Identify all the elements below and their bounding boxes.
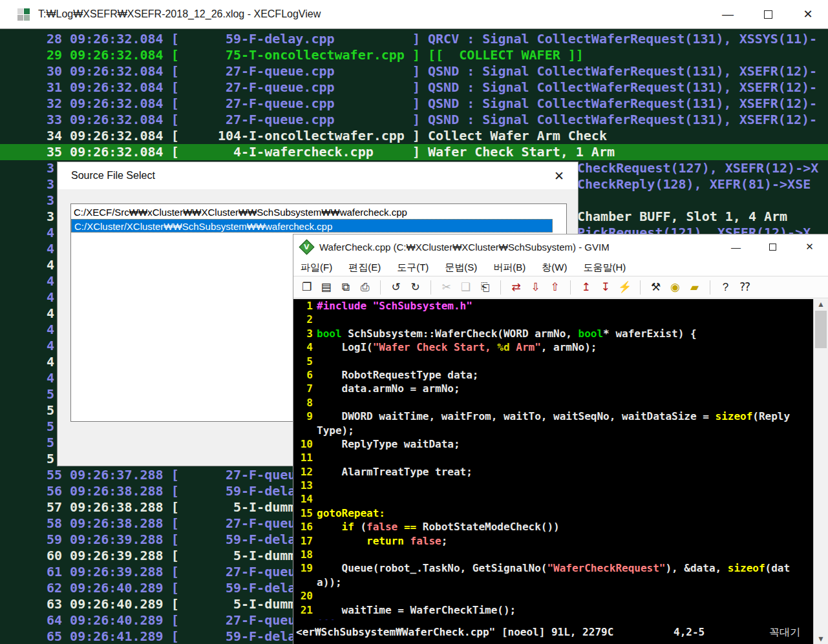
- source-file-item-selected[interactable]: C:/XCluster/XCluster₩₩SchSubsystem₩₩wafe…: [71, 219, 553, 233]
- scrollbar-thumb[interactable]: [815, 311, 827, 348]
- gvim-window-title: WaferCheck.cpp (C:₩XCluster₩XCluster₩Sch…: [319, 242, 610, 253]
- vim-icon: V: [299, 239, 314, 254]
- help-icon[interactable]: ?: [718, 281, 733, 294]
- code-segment: (dat: [765, 562, 791, 574]
- code-line: 14: [293, 492, 814, 506]
- menu-tools[interactable]: 도구(T): [397, 262, 429, 274]
- toolbar-separator: [380, 280, 381, 295]
- gvim-cursor-position: 4,2-5: [674, 620, 705, 644]
- code-segment: ==: [404, 521, 416, 533]
- print-icon[interactable]: ⎙: [357, 281, 372, 294]
- menu-help[interactable]: 도움말(H): [583, 262, 626, 274]
- undo-icon[interactable]: ↺: [388, 280, 403, 294]
- desktop: 28 09:26:32.084 [ 59-F-delay.cpp ] QRCV …: [0, 0, 828, 644]
- logview-app-icon: [17, 8, 30, 21]
- maximize-icon: [764, 10, 772, 19]
- log-row[interactable]: 32 09:26:32.084 [ 27-F-queue.cpp ] QSND …: [0, 96, 828, 112]
- code-line: 13: [293, 479, 814, 492]
- save-icon[interactable]: ▤: [319, 280, 334, 294]
- cut-icon[interactable]: ✂: [439, 280, 454, 294]
- code-segment: RobotStateModeCheck()): [416, 521, 560, 533]
- gvim-close-button[interactable]: ✕: [791, 234, 828, 259]
- log-row[interactable]: 34 09:26:32.084 [ 104-I-oncollectwafer.c…: [0, 128, 828, 144]
- gvim-toolbar: ❐▤⧉⎙↺↻✂❑⎗⇄⇩⇧↥↧⚡⚒◉▰?⁇: [293, 276, 828, 298]
- code-segment: (Reply: [752, 410, 790, 422]
- save-session-icon[interactable]: ↧: [598, 280, 613, 294]
- gvim-code-area[interactable]: 1#include "SchSubsystem.h"23bool SchSubs…: [293, 299, 814, 621]
- menu-edit[interactable]: 편집(E): [348, 262, 381, 274]
- source-file-item[interactable]: C:/XECF/Src₩₩xCluster₩₩XCluster₩₩SchSubs…: [71, 205, 566, 219]
- make-icon[interactable]: ⚒: [648, 280, 663, 294]
- menu-window[interactable]: 창(W): [542, 262, 567, 274]
- toolbar-separator: [640, 280, 641, 295]
- gvim-titlebar: V WaferCheck.cpp (C:₩XCluster₩XCluster₩S…: [293, 234, 828, 259]
- menu-buffers[interactable]: 버퍼(B): [493, 262, 525, 274]
- code-segment: waitTime = WaferCheckTime();: [317, 604, 516, 616]
- find-help-icon[interactable]: ⁇: [738, 280, 752, 294]
- dialog-close-button[interactable]: ✕: [549, 166, 569, 185]
- load-session-icon[interactable]: ↥: [579, 280, 593, 294]
- code-line: a));: [293, 576, 814, 589]
- menu-syntax[interactable]: 문법(S): [445, 262, 477, 274]
- code-segment: sizeof: [716, 410, 753, 422]
- toolbar-separator: [500, 280, 501, 295]
- paste-icon[interactable]: ⎗: [478, 281, 493, 294]
- gvim-minimize-button[interactable]: —: [717, 234, 754, 259]
- code-segment: Queue(robot_.TaskNo, GetSignalNo(: [317, 562, 547, 574]
- code-segment: [317, 535, 366, 547]
- menu-file[interactable]: 파일(F): [301, 262, 332, 274]
- code-segment: Type);: [317, 424, 354, 437]
- redo-icon[interactable]: ↻: [408, 280, 423, 294]
- gvim-maximize-button[interactable]: [754, 234, 791, 259]
- logview-maximize-button[interactable]: [748, 0, 788, 29]
- code-segment: gotoRepeat:: [317, 507, 385, 519]
- jump-to-tag-icon[interactable]: ▰: [687, 280, 702, 294]
- toolbar-separator: [430, 280, 431, 295]
- dialog-titlebar: Source File Select ✕: [58, 162, 578, 189]
- save-all-icon[interactable]: ⧉: [338, 281, 353, 294]
- gvim-scroll-indicator: 꼭대기: [769, 620, 800, 644]
- logview-minimize-button[interactable]: —: [708, 0, 748, 29]
- gvim-status-file: <er₩SchSubsystem₩WaferCheck.cpp" [noeol]…: [296, 620, 613, 644]
- find-next-icon[interactable]: ⇩: [528, 280, 543, 294]
- code-segment: bool: [317, 327, 342, 340]
- code-line: 21 waitTime = WaferCheckTime();: [293, 603, 814, 617]
- line-number: 12: [293, 465, 313, 479]
- code-segment: ;: [441, 535, 448, 547]
- code-segment: Arm": [510, 341, 541, 353]
- code-segment: return: [366, 535, 404, 547]
- log-row[interactable]: 28 09:26:32.084 [ 59-F-delay.cpp ] QRCV …: [0, 31, 828, 47]
- logview-close-button[interactable]: ✕: [788, 0, 828, 29]
- line-number: 8: [293, 396, 313, 410]
- code-segment: [317, 521, 342, 533]
- scroll-down-icon[interactable]: ▼: [814, 634, 828, 644]
- scroll-up-icon[interactable]: ▲: [814, 299, 828, 310]
- maximize-icon: [769, 244, 776, 251]
- log-row[interactable]: 31 09:26:32.084 [ 27-F-queue.cpp ] QSND …: [0, 79, 828, 96]
- run-script-icon[interactable]: ⚡: [617, 280, 632, 294]
- logview-titlebar: T:₩Log₩XSEFR₩XSEFR-2018_12_26.xlog - XEC…: [0, 0, 828, 29]
- open-icon[interactable]: ❐: [299, 280, 314, 294]
- line-number: 1: [293, 299, 313, 313]
- line-number: 19: [293, 561, 313, 575]
- toolbar-separator: [570, 280, 571, 295]
- code-segment: ReplyType waitData;: [317, 438, 460, 450]
- code-segment: "WaferCheckRequest": [547, 562, 665, 574]
- code-segment: * waferExist) {: [603, 327, 697, 340]
- log-row-fragment: Chamber BUFF, Slot 1, 4 Arm: [577, 209, 787, 225]
- code-line: 5: [293, 355, 814, 368]
- find-replace-icon[interactable]: ⇄: [509, 280, 524, 294]
- line-number: 20: [293, 589, 313, 603]
- find-prev-icon[interactable]: ⇧: [547, 280, 562, 294]
- log-row[interactable]: 35 09:26:32.084 [ 4-I-wafercheck.cpp ] W…: [0, 144, 828, 160]
- gvim-scrollbar[interactable]: ▲ ▼: [813, 299, 828, 644]
- line-number: 5: [293, 355, 313, 368]
- code-line: 20: [293, 589, 814, 603]
- log-row[interactable]: 29 09:26:32.084 [ 75-T-oncollectwafer.cp…: [0, 47, 828, 63]
- build-tags-icon[interactable]: ◉: [668, 280, 683, 294]
- code-segment: AlarmTreatType treat;: [317, 466, 472, 478]
- code-segment: false: [366, 521, 398, 533]
- log-row[interactable]: 33 09:26:32.084 [ 27-F-queue.cpp ] QSND …: [0, 112, 828, 128]
- log-row[interactable]: 30 09:26:32.084 [ 27-F-queue.cpp ] QSND …: [0, 63, 828, 79]
- copy-icon[interactable]: ❑: [458, 280, 473, 294]
